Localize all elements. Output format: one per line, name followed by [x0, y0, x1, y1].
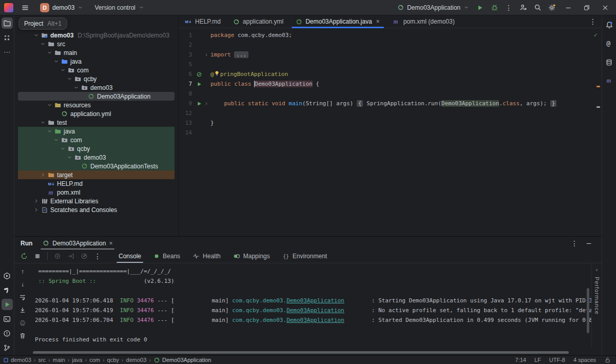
main-menu-icon[interactable] [18, 2, 32, 14]
debug-button[interactable] [488, 2, 501, 14]
tree-row[interactable]: application.yml [18, 109, 175, 118]
tree-row[interactable]: com [18, 66, 175, 74]
database-tool-icon[interactable] [604, 56, 615, 68]
chevron-right-icon[interactable] [32, 207, 40, 213]
chevron-down-icon[interactable] [46, 128, 53, 134]
breadcrumb-item[interactable]: qcby [107, 357, 119, 363]
tree-row[interactable]: mpom.xml [18, 188, 175, 197]
tree-row[interactable]: External Libraries [18, 197, 175, 205]
performance-side-tab[interactable]: ‹ Performance [591, 263, 602, 348]
dump-threads-icon[interactable] [65, 251, 76, 262]
chevron-down-icon[interactable] [39, 120, 47, 125]
soft-wrap-icon[interactable] [18, 293, 27, 301]
editor-body[interactable]: ✓ 1package com.qcby.demo03;23import ...5… [179, 28, 602, 236]
more-tools-icon[interactable]: ⋯ [2, 46, 13, 58]
project-tool-icon[interactable] [2, 17, 13, 29]
settings-icon[interactable] [545, 2, 559, 14]
chevron-down-icon[interactable] [46, 102, 53, 108]
structure-tool-icon[interactable] [2, 32, 13, 43]
build-tool-icon[interactable] [2, 284, 13, 296]
tree-row[interactable]: com [18, 136, 175, 144]
tree-row[interactable]: Scratches and Consoles [18, 205, 175, 214]
console-class-link[interactable]: com.qcby.demo03. [232, 317, 286, 323]
code-line[interactable]: 7public class Demo03Application { [179, 79, 602, 89]
code-with-me-icon[interactable] [516, 2, 530, 14]
readonly-toggle-icon[interactable] [604, 357, 611, 363]
terminal-tool-icon[interactable] [2, 313, 13, 324]
console-vertical-scrollbar[interactable] [587, 288, 589, 333]
scroll-up-icon[interactable]: ↑ [18, 267, 27, 276]
run-toolbar-more-icon[interactable]: ⋮ [92, 251, 103, 262]
code-line[interactable]: 8 [179, 89, 602, 99]
run-gutter-icon[interactable] [195, 99, 203, 108]
search-everywhere-icon[interactable] [531, 2, 544, 14]
scroll-to-end-icon[interactable] [18, 306, 27, 314]
code-line[interactable]: 3import ... [179, 50, 602, 60]
vcs-menu[interactable]: Version control [91, 3, 147, 13]
chevron-down-icon[interactable] [52, 59, 60, 64]
editor-tab[interactable]: application.yml [227, 15, 290, 28]
tree-row[interactable]: target [18, 170, 175, 179]
code-line[interactable]: 1package com.qcby.demo03; [179, 30, 602, 40]
fold-arrow-icon[interactable] [203, 50, 209, 60]
intention-bulb-icon[interactable] [214, 70, 220, 76]
tree-row[interactable]: demo03 [18, 83, 175, 92]
maven-tool-icon[interactable]: m [604, 75, 615, 86]
run-button[interactable] [473, 2, 487, 14]
run-view-tab-mappings[interactable]: Mappings [228, 250, 275, 263]
coverage-icon[interactable] [52, 251, 63, 262]
code-line[interactable]: 9 public static void main(String[] args)… [179, 99, 602, 108]
run-gutter-icon[interactable] [195, 79, 203, 89]
run-view-tab-beans[interactable]: Beans [148, 250, 185, 263]
code-line[interactable]: 5 [179, 60, 602, 69]
editor-options-icon[interactable]: ⋮ [589, 15, 602, 28]
line-separator[interactable]: LF [534, 357, 541, 363]
rerun-button[interactable] [18, 251, 30, 262]
maximize-button[interactable] [578, 1, 595, 14]
editor-tab[interactable]: mpom.xml (demo03) [386, 15, 461, 28]
tree-row[interactable]: src [18, 40, 175, 48]
git-tool-icon[interactable] [2, 342, 13, 353]
indent-style[interactable]: 4 spaces [573, 357, 596, 363]
tree-row[interactable]: Demo03ApplicationTests [18, 162, 175, 170]
code-line[interactable]: 14 [179, 128, 602, 138]
problems-tool-icon[interactable] [2, 328, 13, 339]
notifications-icon[interactable] [604, 20, 615, 31]
code-line[interactable]: 2 [179, 40, 602, 50]
close-icon[interactable]: × [109, 240, 112, 247]
run-view-tab-console[interactable]: Console [113, 250, 146, 263]
chevron-down-icon[interactable] [46, 50, 53, 55]
project-selector[interactable]: D demo03 [37, 2, 86, 14]
tree-row[interactable]: test [18, 118, 175, 127]
console-class-link[interactable]: Demo03Application [286, 307, 344, 314]
hide-panel-icon[interactable] [585, 240, 592, 247]
tree-row[interactable]: demo03D:\SpringBoot\javaDemo\demo03 [18, 31, 175, 40]
breadcrumb-item[interactable]: main [53, 357, 65, 363]
breadcrumb-item[interactable]: src [38, 357, 46, 363]
scroll-down-icon[interactable]: ↓ [18, 280, 27, 289]
tree-row[interactable]: demo03 [18, 153, 175, 162]
chevron-right-icon[interactable] [32, 198, 40, 204]
console-class-link[interactable]: com.qcby.demo03. [232, 307, 286, 314]
breadcrumb-item[interactable]: com [89, 357, 100, 363]
run-view-tab-health[interactable]: Health [187, 250, 226, 263]
chevron-down-icon[interactable] [66, 155, 73, 160]
chevron-down-icon[interactable] [59, 146, 67, 151]
collapse-icon[interactable]: ‹ [596, 266, 598, 273]
tree-row[interactable]: main [18, 48, 175, 57]
tree-row[interactable]: qcby [18, 74, 175, 83]
file-encoding[interactable]: UTF-8 [549, 357, 565, 363]
fold-arrow-icon[interactable] [203, 99, 209, 108]
chevron-down-icon[interactable] [59, 67, 67, 73]
tree-row[interactable]: qcby [18, 144, 175, 153]
chevron-down-icon[interactable] [32, 32, 40, 38]
edit-run-config-icon[interactable] [79, 251, 90, 262]
console-output[interactable]: =========|_|==============|___/=/_/_/_/ … [31, 263, 602, 355]
more-actions-icon[interactable]: ⋮ [502, 2, 515, 14]
stop-button[interactable] [32, 251, 43, 262]
run-tab[interactable]: Demo03Application × [41, 237, 114, 250]
console-horizontal-scrollbar[interactable] [33, 351, 569, 354]
services-tool-icon[interactable] [2, 270, 13, 281]
run-view-tab-environment[interactable]: {}Environment [277, 250, 332, 263]
chevron-down-icon[interactable] [52, 137, 60, 143]
